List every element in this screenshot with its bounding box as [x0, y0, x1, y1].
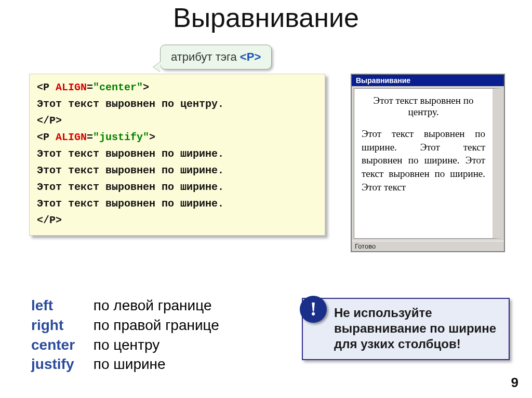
- code-text: <P: [37, 131, 56, 143]
- preview-center-text: Этот текст выровнен по центру.: [362, 95, 485, 118]
- browser-content: Этот текст выровнен по центру. Этот текс…: [354, 89, 493, 200]
- code-attr: ALIGN: [56, 131, 87, 143]
- slide-title: Выравнивание: [0, 2, 532, 33]
- align-desc: по левой границе: [94, 297, 212, 313]
- align-desc: по центру: [94, 337, 159, 353]
- callout-tag: <P>: [240, 50, 261, 63]
- callout-attribute: атрибут тэга <P>: [160, 45, 272, 70]
- align-row: left по левой границе: [31, 296, 219, 315]
- code-line: <P ALIGN="center">: [37, 79, 317, 96]
- warning-text: Не используйте выравнивание по ширине дл…: [334, 306, 496, 351]
- preview-justify-text: Этот текст выровнен по ширине. Этот текс…: [362, 127, 485, 194]
- code-line: Этот текст выровнен по центру.: [37, 96, 317, 113]
- code-line: Этот текст выровнен по ширине.: [37, 146, 317, 162]
- page-number: 9: [511, 375, 518, 391]
- code-value: "center": [93, 81, 143, 93]
- scroll-thumb[interactable]: [494, 97, 501, 144]
- align-row: right по правой границе: [31, 315, 219, 335]
- code-line: <P ALIGN="justify">: [37, 129, 317, 146]
- code-text: <P: [37, 81, 56, 93]
- align-keyword: right: [31, 315, 89, 335]
- code-line: Этот текст выровнен по ширине.: [37, 196, 317, 212]
- browser-body: Этот текст выровнен по центру. Этот текс…: [354, 88, 502, 239]
- code-text: >: [143, 81, 149, 93]
- browser-statusbar: Готово: [352, 241, 504, 251]
- scroll-up-icon[interactable]: [494, 89, 501, 96]
- align-values-list: left по левой границе right по правой гр…: [31, 296, 219, 374]
- align-row: justify по ширине: [31, 354, 219, 374]
- align-keyword: justify: [31, 354, 89, 374]
- align-row: center по центру: [31, 335, 219, 355]
- align-desc: по ширине: [94, 356, 166, 372]
- code-line: Этот текст выровнен по ширине.: [37, 179, 317, 196]
- align-desc: по правой границе: [94, 317, 219, 333]
- browser-preview: Выравнивание Этот текст выровнен по цент…: [351, 74, 505, 252]
- code-example: <P ALIGN="center"> Этот текст выровнен п…: [29, 74, 325, 236]
- code-line: </P>: [37, 113, 317, 129]
- browser-titlebar: Выравнивание: [352, 75, 504, 86]
- exclamation-icon: !: [300, 296, 327, 323]
- align-keyword: center: [31, 335, 89, 355]
- code-text: >: [149, 131, 155, 143]
- align-keyword: left: [31, 296, 89, 315]
- scrollbar[interactable]: [493, 89, 501, 238]
- code-line: Этот текст выровнен по ширине.: [37, 162, 317, 179]
- code-value: "justify": [93, 131, 149, 143]
- code-text: =: [87, 81, 93, 93]
- callout-text: атрибут тэга: [171, 50, 240, 63]
- warning-box: ! Не используйте выравнивание по ширине …: [302, 298, 510, 360]
- code-text: =: [87, 131, 93, 143]
- code-attr: ALIGN: [56, 81, 87, 93]
- code-line: </P>: [37, 212, 317, 229]
